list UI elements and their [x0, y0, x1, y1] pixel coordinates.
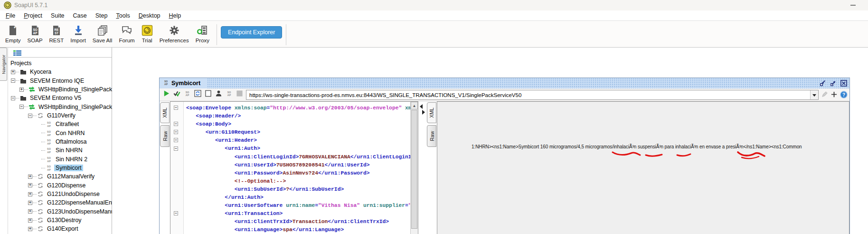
fold-toggle-icon[interactable]: −: [174, 106, 178, 110]
tree-item[interactable]: +WSHttpBinding_ISinglePackServices: [8, 85, 112, 94]
tree-item[interactable]: +G112ManualVerify: [8, 172, 112, 181]
menu-case[interactable]: Case: [69, 11, 91, 20]
request-window-titlebar[interactable]: SOAP Symbicort: [160, 78, 849, 88]
tree-item[interactable]: SOAPOftalmolosa: [8, 137, 112, 146]
expand-toggle-icon[interactable]: +: [28, 183, 32, 187]
expand-toggle-icon[interactable]: +: [28, 175, 32, 179]
expand-toggle-icon[interactable]: +: [28, 218, 32, 223]
tree-item[interactable]: +G130Destroy: [8, 216, 112, 224]
collapse-toggle-icon[interactable]: −: [19, 105, 24, 109]
request-scrollbar[interactable]: ▲: [410, 102, 418, 234]
panel-splitter[interactable]: [418, 101, 426, 234]
tree-item[interactable]: Projects: [8, 59, 112, 68]
endpoint-explorer-button[interactable]: Endpoint Explorer: [221, 26, 282, 39]
request-icon: SOAP: [46, 130, 52, 136]
fold-toggle-icon[interactable]: −: [174, 130, 178, 134]
folder-icon: [20, 78, 27, 84]
tree-item[interactable]: +G120Dispense: [8, 181, 112, 190]
navigator-side-tab[interactable]: Navigator: [0, 48, 7, 81]
svg-text:SO: SO: [164, 80, 168, 83]
resubmit-button[interactable]: [173, 90, 181, 98]
scrollbar-thumb[interactable]: [411, 110, 417, 229]
addtestcase-button[interactable]: [215, 90, 223, 98]
tree-item[interactable]: −SEVEM Entorno IQE: [8, 77, 112, 85]
response-tab-raw[interactable]: Raw: [427, 125, 436, 147]
tree-item[interactable]: −SEVEM Entorno V5: [8, 94, 112, 102]
soapaction-button[interactable]: SOAP: [225, 90, 233, 98]
tree-item[interactable]: SOAPSymbicort: [8, 164, 112, 172]
add-endpoint-button[interactable]: [830, 90, 838, 98]
fold-toggle-icon[interactable]: −: [174, 146, 178, 151]
tree-item[interactable]: +G123UndoDispenseManualEntry: [8, 207, 112, 216]
tabbed-desktop-icon[interactable]: [13, 49, 22, 56]
tree-item[interactable]: SOAPSin NHRN: [8, 146, 112, 155]
tree-item[interactable]: −WSHttpBinding_ISinglePackServices: [8, 103, 112, 111]
expand-toggle-icon[interactable]: +: [28, 201, 32, 205]
toolbar-soap-button[interactable]: SOAP*SOAP: [24, 23, 46, 44]
extra-button[interactable]: [236, 90, 244, 98]
menu-help[interactable]: Help: [165, 11, 186, 20]
tree-item[interactable]: +Kyocera: [8, 68, 112, 76]
fold-toggle-icon[interactable]: −: [174, 138, 178, 142]
tree-item-label: SEVEM Entorno IQE: [28, 78, 85, 84]
collapse-toggle-icon[interactable]: −: [11, 78, 15, 83]
toolbar-saveall-button[interactable]: Save All: [89, 23, 116, 44]
menu-desktop[interactable]: Desktop: [134, 11, 165, 20]
submit-button[interactable]: [162, 90, 170, 98]
request-tab-xml[interactable]: XML: [160, 102, 170, 123]
menu-step[interactable]: Step: [91, 11, 112, 20]
request-tab-raw[interactable]: Raw: [160, 125, 170, 147]
request-code[interactable]: <soap:Envelope xmlns:soap="http://www.w3…: [186, 104, 410, 234]
recreate-button[interactable]: SOAP: [183, 90, 191, 98]
collapse-toggle-icon[interactable]: −: [28, 114, 32, 118]
collapse-toggle-icon[interactable]: −: [11, 96, 15, 100]
endpoint-url-combo[interactable]: https://ws-single-transactions-prod-es.n…: [246, 90, 819, 100]
scroll-up-icon[interactable]: ▲: [411, 102, 418, 109]
collapse-right-icon[interactable]: [422, 110, 425, 115]
expand-toggle-icon[interactable]: +: [28, 209, 32, 214]
tree-item[interactable]: SOAPCitrafleet: [8, 120, 112, 128]
toolbar-import-button[interactable]: Import: [67, 23, 89, 44]
tree-item[interactable]: SOAPSin NHRN 2: [8, 155, 112, 164]
response-pane[interactable]: 1:NHRN><ns1:Name>Symbicort 160 microgram…: [437, 101, 849, 234]
collapse-left-icon[interactable]: [420, 104, 423, 109]
tree-item[interactable]: −G110Verify: [8, 111, 112, 120]
tree-item[interactable]: +G140Export: [8, 224, 112, 233]
fold-toggle-icon[interactable]: −: [174, 211, 178, 215]
toolbar-preferences-button[interactable]: Preferences: [156, 23, 192, 44]
toolbar-forum-button[interactable]: Forum: [115, 23, 138, 44]
tree-item[interactable]: +G122DispenseManualEntry: [8, 198, 112, 207]
endpoint-url[interactable]: https://ws-single-transactions-prod-es.n…: [246, 92, 810, 98]
svg-text:SO: SO: [47, 139, 51, 142]
expand-toggle-icon[interactable]: +: [11, 70, 15, 74]
frame-close-icon[interactable]: [840, 79, 848, 87]
expand-toggle-icon[interactable]: +: [28, 192, 32, 196]
toolbar-soap-label: SOAP: [28, 38, 43, 43]
fold-toggle-icon[interactable]: −: [174, 122, 178, 126]
svg-text:SO: SO: [47, 156, 51, 159]
expand-toggle-icon[interactable]: +: [28, 227, 32, 231]
frame-maximize-icon[interactable]: [830, 79, 837, 87]
response-tab-xml[interactable]: XML: [427, 102, 436, 123]
menu-suite[interactable]: Suite: [47, 11, 69, 20]
svg-text:ST: ST: [55, 31, 58, 35]
toolbar-trial-button[interactable]: Trial: [138, 23, 156, 44]
expand-toggle-icon[interactable]: +: [19, 88, 24, 92]
help-button[interactable]: ?: [840, 90, 848, 98]
proxy-icon: [197, 24, 208, 37]
toolbar-proxy-button[interactable]: Proxy: [192, 23, 213, 44]
menu-tools[interactable]: Tools: [112, 11, 134, 20]
frame-minimize-icon[interactable]: [819, 79, 827, 87]
toolbar-rest-button[interactable]: REST*REST: [46, 23, 67, 44]
toolbar-empty-button[interactable]: *Empty: [2, 23, 24, 44]
request-editor[interactable]: −−−−−− <soap:Envelope xmlns:soap="http:/…: [170, 101, 418, 234]
endpoint-dropdown-button[interactable]: [810, 90, 818, 99]
request-icon: SOAP: [46, 138, 52, 145]
tree-item[interactable]: +G121UndoDispense: [8, 190, 112, 198]
menu-file[interactable]: File: [1, 11, 19, 20]
window-minimize-icon[interactable]: [850, 5, 856, 6]
menu-project[interactable]: Project: [19, 11, 47, 20]
refresh-button[interactable]: [194, 90, 202, 98]
clear-button[interactable]: [204, 90, 212, 98]
tree-item[interactable]: SOAPCon NHRN: [8, 129, 112, 137]
